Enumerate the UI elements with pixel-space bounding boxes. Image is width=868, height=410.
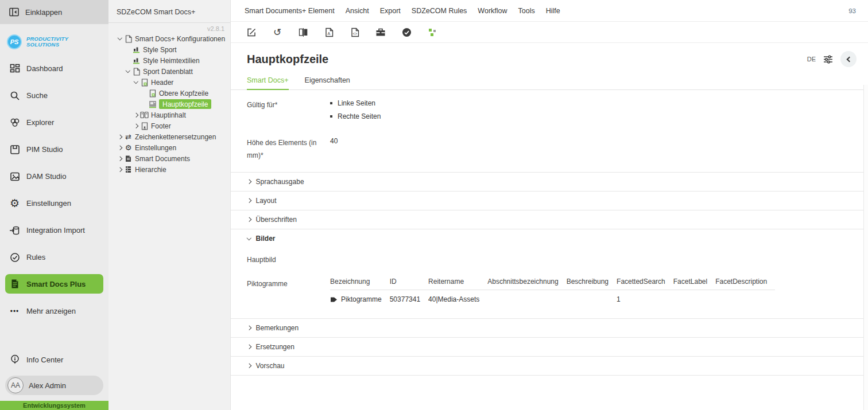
section-bemerkungen[interactable]: Bemerkungen [231,318,868,337]
section-ersetzungen[interactable]: Ersetzungen [231,337,868,356]
chevron-right-icon[interactable] [118,146,122,150]
tab-smart-docs[interactable]: Smart Docs+ [247,76,289,90]
column-header[interactable]: FacettedSearch [617,274,673,290]
tree-item-style-heimtextilien[interactable]: Style Heimtextilien [108,55,230,66]
tree-item-hauptkopfzeile[interactable]: Hauptkopfzeile [108,99,230,110]
edit-icon[interactable] [246,27,257,37]
tree-item-hauptinhalt[interactable]: Hauptinhalt [108,110,230,120]
chevron-right-icon [247,179,251,184]
menu-workflow[interactable]: Workflow [478,7,507,15]
column-header[interactable]: ID [390,274,428,290]
style-icon [132,57,141,65]
version-label: v2.8.1 [108,23,230,33]
section-layout[interactable]: Layout [231,191,868,210]
sidebar-item-label: Rules [26,253,45,261]
gear-icon [9,198,20,209]
scrollbar[interactable] [863,85,868,410]
collapse-panel-button[interactable] [840,51,857,67]
pages-icon [140,111,149,119]
form-content: Gültig für* Linke Seiten Rechte Seiten H… [231,99,868,376]
gear-icon [124,144,133,152]
sidebar-item-pim-studio[interactable]: PIM Studio [0,136,108,163]
tree-item-obere-kopfzeile[interactable]: Obere Kopfzeile [108,88,230,99]
tree-item-sport-datenblatt[interactable]: Sport Datenblatt [108,66,230,77]
sidebar-item-explorer[interactable]: Explorer [0,109,108,136]
chevron-right-icon[interactable] [134,124,138,128]
field-label: Gültig für* [247,99,330,126]
section-vorschau[interactable]: Vorschau [231,356,868,375]
user-menu[interactable]: AA Alex Admin [5,376,103,395]
tree-item-zeichenkettenersetzungen[interactable]: Zeichenkettenersetzungen [108,131,230,142]
language-selector[interactable]: DE [807,56,816,63]
column-header[interactable]: Bezeichnung [330,274,390,290]
sidebar-item-label: Explorer [26,118,54,127]
pdf-export-icon[interactable]: A [324,27,334,37]
menu-smart-documents-element[interactable]: Smart Documents+ Element [245,7,335,15]
notification-counter: 93 [848,7,868,14]
column-header[interactable]: Beschreibung [567,274,617,290]
info-pin-icon [9,354,20,365]
tree-item-header[interactable]: Header [108,77,230,88]
menubar: Smart Documents+ Element Ansicht Export … [231,0,868,22]
column-header[interactable]: FacetLabel [673,274,715,290]
tree-item-einstellungen[interactable]: Einstellungen [108,142,230,153]
tree-item-footer[interactable]: Footer [108,120,230,131]
field-value: Linke Seiten Rechte Seiten [330,99,381,126]
pdf-file-icon [132,68,141,76]
section-sprachausgabe[interactable]: Sprachausgabe [231,172,868,191]
field-piktogramme: Piktogramme Bezeichnung ID Reitername Ab… [231,276,868,308]
menu-export[interactable]: Export [380,7,401,15]
column-header[interactable]: Reitername [428,274,487,290]
approve-icon[interactable] [401,27,412,37]
section-ueberschriften[interactable]: Überschriften [231,210,868,229]
menu-sdzecom-rules[interactable]: SDZeCOM Rules [412,7,467,15]
chevron-right-icon [247,345,251,349]
brand-logo[interactable]: PS PRODUCTIVITY SOLUTIONS [0,24,108,55]
chevron-right-icon[interactable] [118,167,122,172]
table-row[interactable]: Piktogramme 50377341 40|Media-Assets 1 [330,290,775,309]
list-item: Rechte Seiten [330,112,381,120]
chevron-right-icon[interactable] [118,135,122,139]
sidebar-item-integration-import[interactable]: Integration Import [0,217,108,244]
code-export-icon[interactable]: <> [350,27,360,37]
menu-ansicht[interactable]: Ansicht [346,7,369,15]
tab-eigenschaften[interactable]: Eigenschaften [305,76,350,90]
sidebar-item-label: Suche [26,91,48,100]
chevron-down-icon[interactable] [118,36,122,40]
tree-panel: SDZeCOM Smart Docs+ v2.8.1 Smart Docs+ K… [108,0,231,410]
section-bilder[interactable]: Bilder [231,229,868,248]
footer-page-icon [140,122,149,130]
sidebar-item-label: Info Center [26,356,63,364]
tree-item-konfigurationen[interactable]: Smart Docs+ Konfigurationen [108,33,230,44]
sidebar-item-suche[interactable]: Suche [0,82,108,109]
compare-pages-icon[interactable] [298,27,308,37]
chevron-left-icon [847,56,852,62]
structure-icon[interactable] [427,27,437,37]
tree-item-style-sport[interactable]: Style Sport [108,44,230,55]
sidebar-item-einstellungen[interactable]: Einstellungen [0,190,108,217]
sidebar-item-dashboard[interactable]: Dashboard [0,55,108,82]
refresh-icon[interactable] [272,27,282,37]
tree-item-hierarchie[interactable]: Hierarchie [108,164,230,175]
field-label: Hauptbild [247,256,330,264]
sidebar-item-mehr-anzeigen[interactable]: Mehr anzeigen [0,298,108,325]
column-header[interactable]: Abschnittsbezeichnung [487,274,566,290]
toolbar: A <> [231,22,868,43]
column-header[interactable]: FacetDescription [715,274,775,290]
sidebar-item-info-center[interactable]: Info Center [0,348,108,371]
sidebar-item-smart-docs-plus[interactable]: Smart Docs Plus [5,274,103,294]
tree-item-smart-documents[interactable]: Smart Documents [108,153,230,164]
sidebar-item-rules[interactable]: Rules [0,244,108,271]
chevron-down-icon[interactable] [126,68,130,73]
chevron-right-icon[interactable] [134,113,138,118]
chevron-right-icon [247,198,251,203]
menu-tools[interactable]: Tools [518,7,535,15]
chevron-right-icon[interactable] [118,157,122,161]
chevron-down-icon[interactable] [134,79,138,84]
rules-check-icon [9,252,20,263]
collapse-sidebar-button[interactable]: Einklappen [0,0,108,24]
menu-hilfe[interactable]: Hilfe [546,7,560,15]
toolbox-icon[interactable] [375,27,386,37]
filter-settings-icon[interactable] [823,55,833,64]
sidebar-item-dam-studio[interactable]: DAM Studio [0,163,108,190]
